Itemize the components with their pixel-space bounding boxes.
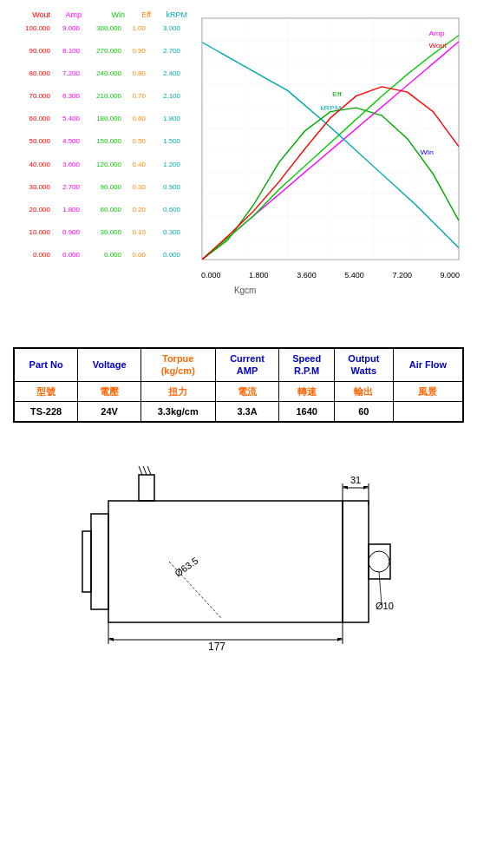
y-col-win: 300.000 270.000 240.000 210.000 180.000 … <box>80 24 121 259</box>
vent-line-2 <box>143 466 147 475</box>
td-cn-output: 輸出 <box>334 381 393 401</box>
y-label-win: Win <box>83 10 125 19</box>
wout-legend-label: Wout <box>428 41 447 49</box>
table-header-cn: 型號 電壓 扭力 電流 轉速 輸出 風景 <box>14 381 463 401</box>
shaft-circle <box>369 551 389 572</box>
right-cap <box>343 501 369 622</box>
x-axis-ticks: 0.000 1.800 3.600 5.400 7.200 9.000 <box>201 271 460 279</box>
diagram-section: 177 31 Ø63.5 Ø10 <box>0 431 477 692</box>
table-row: TS-228 24V 3.3kg/cm 3.3A 1640 60 <box>14 401 463 422</box>
chart-plot-area: Amp Wout Eff kRPM Win <box>201 17 460 260</box>
td-cn-part: 型號 <box>14 381 78 401</box>
y-label-eff: Eff <box>127 10 151 19</box>
th-torque: Torpue(kg/cm) <box>140 348 215 381</box>
technical-diagram: 177 31 Ø63.5 Ø10 <box>56 449 421 674</box>
y-col-krpm: 3.000 2.700 2.400 2.100 1.800 1.500 1.20… <box>146 24 180 259</box>
win-legend-label: Win <box>421 148 435 156</box>
vent-line-1 <box>139 466 142 475</box>
td-current-val: 3.3A <box>215 401 279 422</box>
td-part-no: TS-228 <box>14 401 78 422</box>
table-header-en: Part No Voltage Torpue(kg/cm) CurrentAMP… <box>14 348 463 381</box>
th-part-no: Part No <box>14 348 78 381</box>
dim-label-63-5: Ø63.5 <box>173 556 199 579</box>
chart-svg: Amp Wout Eff kRPM Win <box>202 18 459 260</box>
left-protrusion <box>82 531 91 592</box>
y-col-amp: 9.000 8.100 7.200 6.300 5.400 4.500 3.60… <box>50 24 80 259</box>
table-section: Part No Voltage Torpue(kg/cm) CurrentAMP… <box>0 339 477 431</box>
data-table: Part No Voltage Torpue(kg/cm) CurrentAMP… <box>13 347 464 423</box>
th-airflow: Air Flow <box>393 348 463 381</box>
td-torque-val: 3.3kg/cm <box>140 401 215 422</box>
y-col-wout: 100.000 90.000 80.000 70.000 60.000 50.0… <box>9 24 50 259</box>
krpm-legend-label: kRPM <box>320 103 341 112</box>
chart-container: Wout Amp Win Eff kRPM 100.000 90.000 80.… <box>9 9 468 304</box>
amp-legend-label: Amp <box>428 29 445 37</box>
td-cn-torque: 扭力 <box>140 381 215 401</box>
eff-legend-label: Eff <box>332 89 342 98</box>
td-cn-voltage: 電壓 <box>78 381 141 401</box>
td-airflow-val <box>393 401 463 422</box>
chart-section: Wout Amp Win Eff kRPM 100.000 90.000 80.… <box>0 0 477 339</box>
top-outlet <box>139 475 154 501</box>
y-col-eff: 1.00 0.90 0.80 0.70 0.60 0.50 0.40 0.30 … <box>121 24 146 259</box>
motor-body <box>108 501 343 622</box>
y-label-krpm: kRPM <box>153 10 187 19</box>
td-speed-val: 1640 <box>279 401 334 422</box>
td-cn-current: 電流 <box>215 381 279 401</box>
th-output: OutputWatts <box>334 348 393 381</box>
dim-label-177: 177 <box>208 641 225 653</box>
td-cn-speed: 轉速 <box>279 381 334 401</box>
th-speed: SpeedR.P.M <box>279 348 334 381</box>
td-voltage: 24V <box>78 401 141 422</box>
td-output-val: 60 <box>334 401 393 422</box>
dim-label-31: 31 <box>350 475 361 485</box>
vent-line-3 <box>147 466 151 475</box>
th-current: CurrentAMP <box>215 348 279 381</box>
y-label-wout: Wout <box>9 10 50 19</box>
left-cap <box>91 514 108 609</box>
y-label-amp: Amp <box>52 10 82 19</box>
th-voltage: Voltage <box>78 348 141 381</box>
x-axis-label: Kgcm <box>234 286 257 295</box>
td-cn-airflow: 風景 <box>393 381 463 401</box>
y-axis-labels: 100.000 90.000 80.000 70.000 60.000 50.0… <box>9 24 199 259</box>
dim-label-10: Ø10 <box>376 601 394 611</box>
